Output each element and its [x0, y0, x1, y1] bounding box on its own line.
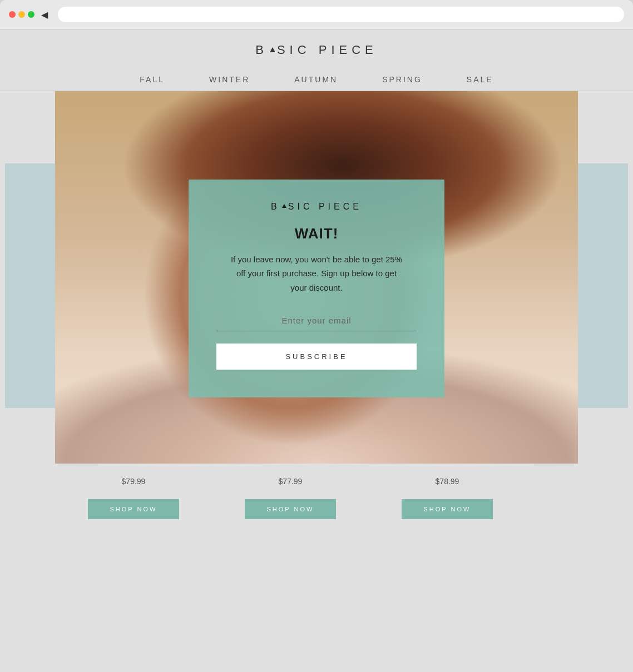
site-logo: B SIC PIECE	[255, 43, 378, 57]
shop-now-button-2[interactable]: SHOP NOW	[245, 499, 337, 519]
popup-modal: B SIC PIECE WAIT! If you leave now, you …	[189, 180, 444, 398]
nav-item-sale[interactable]: SALE	[467, 75, 493, 84]
browser-dots	[9, 11, 34, 18]
product-strip: $79.99 SHOP NOW $77.99 SHOP NOW $78.99 S…	[55, 464, 526, 519]
subscribe-button[interactable]: SUBSCRIBE	[216, 344, 417, 370]
logo-text-b: B	[255, 43, 268, 57]
browser-chrome: ◀	[0, 0, 633, 29]
email-input[interactable]	[216, 310, 417, 331]
popup-logo-b: B	[271, 202, 280, 212]
site-wrapper: B SIC PIECE FALL WINTER AUTUMN SPRING SA…	[0, 29, 633, 672]
product-col-3: $78.99 SHOP NOW	[369, 470, 526, 519]
close-dot[interactable]	[9, 11, 16, 18]
nav-item-winter[interactable]: WINTER	[209, 75, 250, 84]
site-header: B SIC PIECE FALL WINTER AUTUMN SPRING SA…	[0, 29, 633, 91]
popup-logo-triangle-icon	[282, 204, 286, 208]
nav-item-fall[interactable]: FALL	[140, 75, 165, 84]
product-price-3: $78.99	[436, 477, 459, 486]
minimize-dot[interactable]	[18, 11, 25, 18]
popup-overlay: B SIC PIECE WAIT! If you leave now, you …	[55, 91, 578, 464]
maximize-dot[interactable]	[28, 11, 34, 18]
shop-now-button-3[interactable]: SHOP NOW	[402, 499, 493, 519]
popup-description: If you leave now, you won't be able to g…	[228, 252, 405, 295]
shop-now-button-1[interactable]: SHOP NOW	[88, 499, 180, 519]
popup-logo-rest: SIC PIECE	[288, 202, 362, 212]
address-bar[interactable]	[58, 7, 624, 22]
product-col-2: $77.99 SHOP NOW	[212, 470, 369, 519]
nav-bar: FALL WINTER AUTUMN SPRING SALE	[140, 68, 493, 91]
popup-title: WAIT!	[295, 225, 339, 242]
product-price-1: $79.99	[122, 477, 146, 486]
nav-item-spring[interactable]: SPRING	[382, 75, 422, 84]
nav-item-autumn[interactable]: AUTUMN	[294, 75, 338, 84]
cursor-icon: ◀	[41, 9, 48, 20]
popup-logo: B SIC PIECE	[271, 202, 362, 212]
product-col-1: $79.99 SHOP NOW	[55, 470, 212, 519]
product-price-2: $77.99	[279, 477, 303, 486]
logo-text-rest: SIC PIECE	[277, 43, 378, 57]
main-content: B SIC PIECE WAIT! If you leave now, you …	[55, 91, 578, 519]
logo-triangle-icon	[270, 47, 275, 52]
hero-image: B SIC PIECE WAIT! If you leave now, you …	[55, 91, 578, 464]
